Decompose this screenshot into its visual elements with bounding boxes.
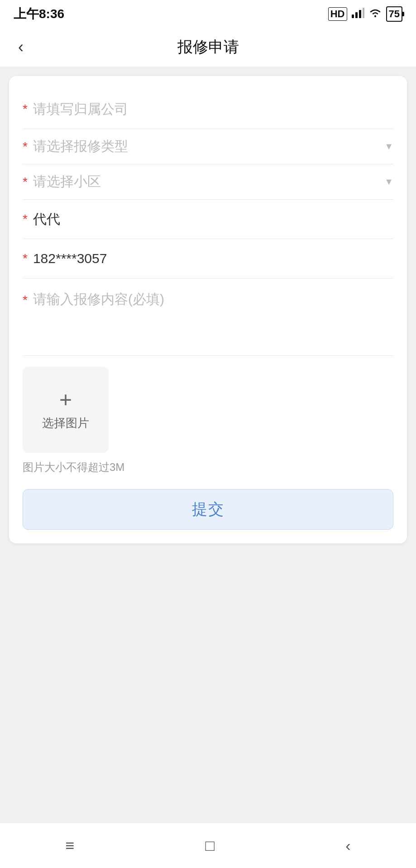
bottom-nav-home[interactable]: □ <box>187 832 233 859</box>
phone-field: * <box>23 239 393 278</box>
battery-icon: 75 <box>386 6 402 22</box>
bottom-nav-menu[interactable]: ≡ <box>48 832 93 859</box>
status-bar: 上午8:36 HD 75 <box>0 0 416 27</box>
repair-type-field[interactable]: * 请选择报修类型 ▼ <box>23 129 393 164</box>
image-picker-section: + 选择图片 图片大小不得超过3M <box>23 356 393 480</box>
image-size-hint: 图片大小不得超过3M <box>23 460 393 475</box>
form-card: * * 请选择报修类型 ▼ * 请选择小区 ▼ * * <box>9 76 407 543</box>
community-placeholder: 请选择小区 <box>33 173 101 191</box>
company-input[interactable] <box>33 98 393 120</box>
bottom-nav: ≡ □ ‹ <box>0 823 416 868</box>
community-dropdown-icon: ▼ <box>384 177 393 187</box>
required-star-repair-type: * <box>23 140 28 153</box>
main-content: * * 请选择报修类型 ▼ * 请选择小区 ▼ * * <box>0 67 416 823</box>
company-field: * <box>23 90 393 129</box>
hd-badge: HD <box>328 7 347 21</box>
required-star-community: * <box>23 176 28 188</box>
svg-rect-0 <box>352 14 354 18</box>
signal-icon <box>352 7 364 21</box>
nav-bar: ‹ 报修申请 <box>0 27 416 67</box>
svg-rect-1 <box>355 12 358 18</box>
name-field: * <box>23 200 393 239</box>
svg-point-4 <box>374 15 376 17</box>
submit-button[interactable]: 提交 <box>23 489 393 530</box>
repair-type-select[interactable]: 请选择报修类型 ▼ <box>33 137 393 156</box>
community-select[interactable]: 请选择小区 ▼ <box>33 173 393 191</box>
repair-type-dropdown-icon: ▼ <box>384 141 393 152</box>
plus-icon: + <box>59 389 72 411</box>
repair-content-field: * <box>23 278 393 356</box>
name-input[interactable] <box>33 208 393 230</box>
image-picker-label: 选择图片 <box>42 415 89 431</box>
repair-content-textarea[interactable] <box>33 287 393 355</box>
repair-type-placeholder: 请选择报修类型 <box>33 137 128 156</box>
community-field[interactable]: * 请选择小区 ▼ <box>23 164 393 200</box>
page-title: 报修申请 <box>177 37 239 58</box>
required-star-name: * <box>23 213 28 225</box>
svg-rect-3 <box>363 8 364 18</box>
status-icons: HD 75 <box>328 6 402 22</box>
wifi-icon <box>369 8 382 20</box>
required-star-content: * <box>23 294 28 307</box>
required-star-phone: * <box>23 252 28 265</box>
status-time: 上午8:36 <box>14 5 64 23</box>
required-star-company: * <box>23 103 28 115</box>
back-button[interactable]: ‹ <box>14 34 28 60</box>
svg-rect-2 <box>359 10 361 18</box>
phone-input[interactable] <box>33 247 393 270</box>
bottom-nav-back[interactable]: ‹ <box>327 832 368 859</box>
image-picker-button[interactable]: + 选择图片 <box>23 367 109 453</box>
